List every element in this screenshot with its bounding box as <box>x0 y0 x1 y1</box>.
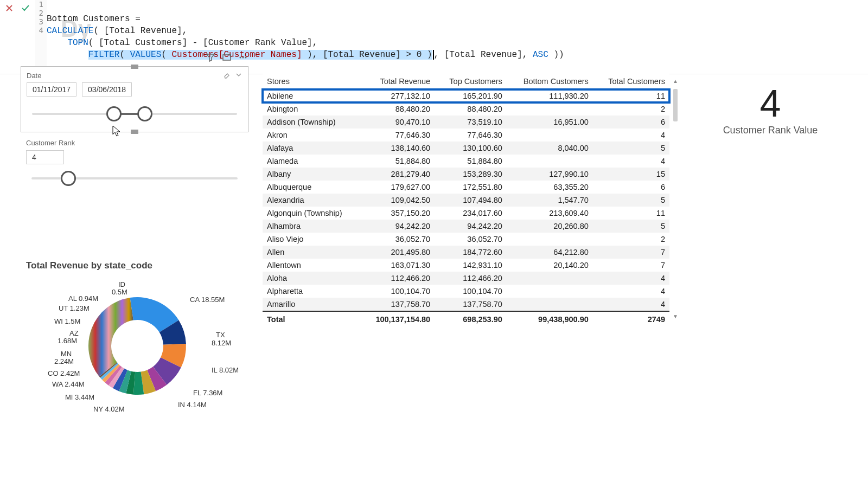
table-row[interactable]: Albany281,279.40153,289.30127,990.1015 <box>263 168 669 181</box>
donut-chart-visual[interactable]: Total Revenue by state_code CA 18.55MTX8… <box>21 258 254 426</box>
rank-value-input[interactable]: 4 <box>26 150 64 164</box>
donut-data-label: 2.24M <box>54 358 74 366</box>
donut-data-label: IL 8.02M <box>212 367 239 375</box>
donut-slice[interactable] <box>88 298 133 376</box>
customer-rank-card[interactable]: 4 Customer Rank Value <box>684 85 857 160</box>
svg-rect-0 <box>223 55 231 60</box>
date-slicer[interactable]: Date 01/11/2017 03/06/2018 <box>21 66 248 132</box>
table-row[interactable]: Albuquerque179,627.00172,551.8063,355.20… <box>263 181 669 194</box>
rank-slicer-title: Customer Rank <box>21 138 248 149</box>
eraser-icon[interactable] <box>223 71 231 80</box>
table-row[interactable]: Akron77,646.3077,646.304 <box>263 129 669 142</box>
filter-icon[interactable] <box>206 53 215 64</box>
donut-data-label: WI 1.5M <box>54 318 80 326</box>
donut-chart-title: Total Revenue by state_code <box>21 258 254 275</box>
donut-data-label: 0.5M <box>112 288 127 297</box>
customer-rank-slicer[interactable]: Customer Rank 4 <box>21 138 248 197</box>
report-canvas[interactable]: Date 01/11/2017 03/06/2018 Customer Rank… <box>0 52 868 488</box>
total-cell: 698,253.90 <box>435 311 507 327</box>
donut-data-label: WA 2.44M <box>52 381 84 389</box>
table-row[interactable]: Alpharetta100,104.70100,104.704 <box>263 285 669 298</box>
column-header[interactable]: Top Customers <box>435 74 507 89</box>
mouse-cursor-icon <box>112 125 121 137</box>
table-row[interactable]: Addison (Township)90,470.1073,519.1016,9… <box>263 115 669 129</box>
formula-cancel-button[interactable] <box>3 2 15 14</box>
donut-data-label: FL 7.36M <box>193 389 222 397</box>
table-row[interactable]: Alameda51,884.8051,884.804 <box>263 155 669 168</box>
stores-table-visual[interactable]: StoresTotal RevenueTop CustomersBottom C… <box>263 74 669 323</box>
card-label: Customer Rank Value <box>684 125 857 136</box>
total-cell: 99,438,900.90 <box>507 311 593 327</box>
donut-data-label: CA 18.55M <box>190 296 225 304</box>
donut-data-label: UT 1.23M <box>59 305 90 313</box>
scrollbar-thumb[interactable] <box>673 89 678 121</box>
svg-point-1 <box>240 57 241 59</box>
total-cell: 100,137,154.80 <box>361 311 435 327</box>
formula-commit-button[interactable] <box>20 2 31 14</box>
column-header[interactable]: Total Customers <box>593 74 669 89</box>
rank-slider[interactable] <box>31 171 238 187</box>
svg-point-3 <box>245 57 247 59</box>
table-row[interactable]: Abington88,480.2088,480.202 <box>263 102 669 115</box>
more-options-icon[interactable] <box>238 53 248 64</box>
date-start-input[interactable]: 01/11/2017 <box>27 82 76 97</box>
slider-thumb-start[interactable] <box>106 106 122 121</box>
donut-data-label: NY 4.02M <box>93 406 125 414</box>
donut-svg <box>86 281 189 411</box>
donut-data-label: 1.68M <box>58 337 77 345</box>
table-row[interactable]: Allentown163,071.30142,931.1020,140.207 <box>263 259 669 272</box>
column-header[interactable]: Stores <box>263 74 361 89</box>
total-cell: 2749 <box>593 311 669 327</box>
table-row[interactable]: Abilene277,132.10165,201.90111,930.2011 <box>263 89 669 103</box>
total-cell: Total <box>263 311 361 327</box>
stores-table[interactable]: StoresTotal RevenueTop CustomersBottom C… <box>263 74 669 327</box>
table-row[interactable]: Alexandria109,042.50107,494.801,547.705 <box>263 194 669 207</box>
table-row[interactable]: Allen201,495.80184,772.6064,212.807 <box>263 246 669 259</box>
column-header[interactable]: Bottom Customers <box>507 74 593 89</box>
donut-data-label: 8.12M <box>212 339 231 348</box>
donut-data-label: TX <box>216 331 225 339</box>
focus-mode-icon[interactable] <box>222 53 232 64</box>
date-range-slider[interactable] <box>32 106 237 123</box>
svg-point-2 <box>242 57 244 59</box>
slider-thumb-rank[interactable] <box>61 171 76 186</box>
donut-data-label: CO 2.42M <box>48 370 80 378</box>
donut-data-label: AL 0.94M <box>68 295 98 303</box>
date-slicer-title: Date <box>27 72 41 80</box>
donut-data-label: IN 4.14M <box>178 401 207 409</box>
slider-thumb-end[interactable] <box>137 106 152 121</box>
column-header[interactable]: Total Revenue <box>361 74 435 89</box>
table-row[interactable]: Algonquin (Township)357,150.20234,017.60… <box>263 207 669 220</box>
card-value: 4 <box>684 85 857 123</box>
table-row[interactable]: Aliso Viejo36,052.7036,052.702 <box>263 233 669 246</box>
scroll-down-button[interactable]: ▼ <box>672 312 679 320</box>
table-row[interactable]: Alhambra94,242.2094,242.2020,260.805 <box>263 220 669 233</box>
donut-data-label: MI 3.44M <box>65 394 94 402</box>
table-row[interactable]: Aloha112,466.20112,466.204 <box>263 272 669 285</box>
date-end-input[interactable]: 03/06/2018 <box>82 82 132 97</box>
chevron-down-icon[interactable] <box>235 71 242 80</box>
table-row[interactable]: Alafaya138,140.60130,100.608,040.005 <box>263 142 669 155</box>
vertical-scrollbar[interactable]: ▲ ▼ <box>672 77 679 320</box>
table-row[interactable]: Amarillo137,758.70137,758.704 <box>263 298 669 311</box>
scroll-up-button[interactable]: ▲ <box>672 77 679 85</box>
